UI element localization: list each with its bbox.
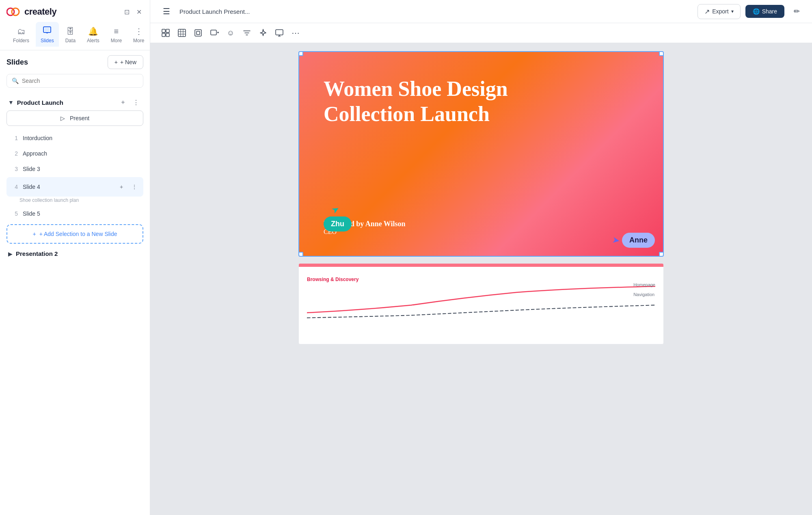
slide-item-1[interactable]: 1 Intorduction — [6, 131, 143, 145]
handle-br[interactable] — [659, 252, 664, 257]
more1-icon: ≡ — [114, 27, 119, 36]
slide-container: Women Shoe Design Collection Launch Pres… — [158, 51, 804, 344]
hamburger-menu-button[interactable]: ☰ — [158, 3, 175, 19]
search-input[interactable] — [22, 78, 138, 84]
svg-rect-10 — [178, 29, 186, 37]
slide-4-subtitle: Shoe collection launch plan — [6, 197, 143, 206]
svg-rect-9 — [166, 33, 169, 37]
close-button[interactable]: ✕ — [134, 7, 143, 16]
svg-rect-6 — [162, 29, 165, 32]
toolbar-emoji-button[interactable]: ☺ — [223, 26, 238, 40]
present-button[interactable]: ▷ Present — [6, 110, 143, 126]
tab-slides[interactable]: Slides — [36, 22, 59, 47]
export-button[interactable]: ↗ Export ▾ — [698, 4, 740, 19]
folders-icon: 🗂 — [17, 27, 25, 36]
toolbar-monitor-button[interactable] — [272, 26, 287, 40]
slide-1-title: Women Shoe Design Collection Launch — [324, 76, 567, 127]
slide-item-5[interactable]: 5 Slide 5 — [6, 206, 143, 221]
tab-data[interactable]: 🗄 Data — [60, 24, 80, 47]
slide-name-1: Intorduction — [23, 135, 140, 141]
alerts-icon: 🔔 — [88, 26, 98, 36]
handle-tr[interactable] — [659, 51, 664, 56]
slide-item-2[interactable]: 2 Approach — [6, 146, 143, 161]
presentation-menu-button[interactable]: ⋮ — [130, 97, 142, 108]
slide-4-add-button[interactable]: + — [116, 181, 127, 193]
slide-1: Women Shoe Design Collection Launch Pres… — [298, 51, 664, 257]
tab-folders[interactable]: 🗂 Folders — [8, 24, 34, 47]
svg-rect-7 — [166, 29, 169, 32]
homepage-label: Homepage — [633, 282, 655, 287]
tab-more1[interactable]: ≡ More — [106, 24, 127, 47]
toolbar-frame-button[interactable] — [191, 26, 205, 40]
plus-icon: + — [114, 59, 118, 65]
svg-point-1 — [12, 8, 19, 15]
group-header-left: ▼ Product Launch — [8, 99, 63, 106]
slide-2-top-bar — [299, 264, 663, 267]
globe-icon: 🌐 — [753, 8, 760, 15]
slide-4-menu-button[interactable]: ⋮ — [129, 181, 140, 193]
cursor-arrow-anne: ➤ — [611, 234, 620, 246]
add-selection-label: + Add Selection to a New Slide — [39, 231, 117, 237]
cursor-label-anne: Anne — [622, 233, 655, 248]
logo: creately — [6, 6, 56, 17]
toolbar-filter-button[interactable] — [240, 26, 254, 40]
logo-icon — [6, 7, 21, 17]
slide-name-2: Approach — [23, 150, 140, 157]
chart-area: Homepage Navigation — [307, 282, 655, 323]
tab-folders-label: Folders — [13, 38, 29, 43]
slide-name-3: Slide 3 — [23, 166, 140, 172]
tab-more2[interactable]: ⋮ More — [128, 23, 149, 47]
app-name: creately — [24, 6, 56, 17]
toolbar-arrange-button[interactable] — [158, 26, 173, 40]
slide-num-2: 2 — [10, 150, 18, 157]
slides-title: Slides — [6, 58, 28, 67]
toolbar-grid-button[interactable] — [175, 26, 189, 40]
export-chevron-icon: ▾ — [731, 9, 734, 14]
presentation-group-2[interactable]: ▶ Presentation 2 — [6, 247, 143, 260]
slides-header: Slides + + New — [6, 55, 143, 69]
slide-num-4: 4 — [10, 184, 18, 190]
new-button-label: + New — [120, 59, 136, 65]
svg-rect-16 — [197, 31, 200, 35]
logo-area: creately ⊡ ✕ — [6, 6, 143, 17]
play-icon: ▷ — [60, 115, 65, 121]
tab-slides-label: Slides — [41, 38, 54, 43]
add-slide-button[interactable]: + — [117, 97, 129, 108]
slide-name-4: Slide 4 — [23, 184, 116, 190]
slide-2: Browsing & Discovery Homepage Navigation — [298, 263, 664, 344]
svg-rect-8 — [162, 33, 165, 37]
canvas-area[interactable]: Women Shoe Design Collection Launch Pres… — [150, 43, 812, 515]
toolbar: ☺ ⋯ — [150, 23, 812, 43]
slide-item-3[interactable]: 3 Slide 3 — [6, 162, 143, 176]
slide-4-actions: + ⋮ — [116, 181, 140, 193]
add-selection-button[interactable]: + + Add Selection to a New Slide — [6, 224, 143, 244]
new-button[interactable]: + + New — [108, 55, 143, 69]
collapse-icon: ▼ — [8, 99, 14, 106]
svg-rect-17 — [211, 30, 216, 35]
slide-2-chart: Browsing & Discovery Homepage Navigation — [307, 277, 655, 323]
slide-item-4[interactable]: 4 Slide 4 + ⋮ — [6, 177, 143, 197]
tab-alerts[interactable]: 🔔 Alerts — [82, 23, 104, 47]
slides-panel: Slides + + New 🔍 ▼ Product Launch + ⋮ — [0, 50, 150, 515]
hamburger-icon: ☰ — [163, 6, 170, 16]
sidebar: creately ⊡ ✕ 🗂 Folders — [0, 0, 150, 515]
add-selection-plus-icon: + — [32, 231, 36, 237]
chart-label: Browsing & Discovery — [307, 277, 655, 282]
handle-bl[interactable] — [298, 252, 303, 257]
emoji-icon: ☺ — [227, 29, 234, 37]
edit-button[interactable]: ✏ — [789, 4, 804, 19]
share-button[interactable]: 🌐 Share — [745, 5, 784, 18]
slide-1-role: CEO — [324, 228, 639, 236]
search-box: 🔍 — [6, 74, 143, 88]
more-icon: ⋯ — [292, 28, 300, 38]
group-header-product-launch[interactable]: ▼ Product Launch + ⋮ — [6, 94, 143, 110]
maximize-button[interactable]: ⊡ — [122, 7, 131, 16]
toolbar-more-button[interactable]: ⋯ — [288, 26, 303, 40]
export-label: Export — [712, 8, 728, 15]
svg-rect-20 — [276, 30, 283, 35]
slide-num-1: 1 — [10, 135, 18, 141]
toolbar-add-slide-button[interactable] — [207, 26, 222, 40]
toolbar-ai-button[interactable] — [256, 26, 270, 40]
handle-tl[interactable] — [298, 51, 303, 56]
export-icon: ↗ — [704, 8, 710, 15]
